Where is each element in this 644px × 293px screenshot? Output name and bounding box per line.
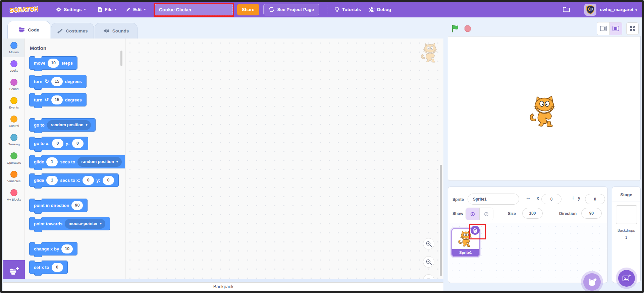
scratch-logo[interactable]: SCRATCH [10, 5, 39, 13]
sprite-selector-area[interactable]: Sprite1 [448, 223, 607, 282]
category-label: Looks [10, 69, 18, 72]
sprite-label: Sprite [452, 197, 464, 202]
workspace-scrollbar[interactable] [440, 165, 442, 276]
block-turn-right[interactable]: turn↻15degrees [29, 75, 87, 88]
block-label: turn [34, 79, 42, 84]
category-sensing[interactable]: Sensing [3, 131, 24, 149]
backpack-bar[interactable]: Backpack [3, 282, 443, 291]
block-number-input[interactable]: 0 [72, 139, 84, 148]
code-workspace[interactable] [125, 39, 443, 282]
hide-sprite-button[interactable] [479, 208, 493, 220]
block-number-input[interactable]: 10 [48, 59, 59, 68]
folder-icon[interactable] [562, 6, 570, 13]
category-color-dot [10, 152, 17, 159]
settings-menu[interactable]: Settings ▾ [56, 7, 86, 12]
backdrop-thumbnail[interactable] [616, 205, 637, 224]
block-dropdown-value: mouse-pointer [68, 221, 98, 226]
divider [612, 202, 640, 202]
category-label: Motion [9, 50, 19, 54]
see-project-page-button[interactable]: See Project Page [263, 4, 320, 15]
debug-menu[interactable]: ? Debug [369, 7, 391, 12]
share-button[interactable]: Share [237, 4, 259, 15]
block-point-in-direction[interactable]: point in direction90 [29, 199, 88, 212]
block-glide-to[interactable]: glide1secs torandom position▾ [29, 155, 125, 168]
category-variables[interactable]: Variables [3, 167, 24, 186]
category-label: Events [9, 105, 19, 109]
add-backdrop-button[interactable] [618, 270, 635, 287]
stage-sprite-cat[interactable] [528, 95, 560, 129]
block-turn-left[interactable]: turn↺15degrees [29, 93, 87, 106]
tab-sounds[interactable]: Sounds [95, 23, 138, 39]
stage-viewport[interactable] [448, 36, 641, 181]
delete-sprite-button[interactable] [471, 226, 480, 235]
category-label: Sound [9, 87, 18, 91]
block-number-input[interactable]: 0 [103, 176, 114, 185]
speaker-icon [103, 28, 109, 33]
block-dropdown[interactable]: random position▾ [77, 157, 121, 167]
block-go-to-xy[interactable]: go to x:0y:0 [29, 137, 88, 150]
pencil-icon [126, 7, 131, 12]
tab-code[interactable]: Code [7, 21, 50, 39]
zoom-in-button[interactable] [423, 238, 434, 249]
tab-label: Costumes [66, 28, 88, 33]
block-label: point in direction [34, 203, 69, 208]
block-number-input[interactable]: 0 [52, 263, 63, 272]
sprite-size-input[interactable]: 100 [522, 208, 543, 219]
chevron-down-icon: ▾ [84, 8, 86, 11]
block-number-input[interactable]: 1 [46, 176, 58, 185]
stage-selector-panel[interactable]: Stage Backdrops 1 [612, 187, 641, 283]
block-go-to[interactable]: go torandom position▾ [29, 118, 96, 132]
avatar[interactable] [584, 4, 596, 16]
chevron-down-icon: ▾ [635, 8, 637, 12]
block-number-input[interactable]: 15 [51, 95, 63, 104]
file-menu[interactable]: File ▾ [98, 7, 116, 12]
block-number-input[interactable]: 0 [83, 176, 94, 185]
block-label: secs to [60, 159, 75, 164]
large-stage-button[interactable] [609, 22, 622, 35]
stop-sign-icon[interactable] [464, 25, 471, 32]
project-name-input[interactable]: Cookie Clicker [155, 4, 233, 15]
stage-panel-title: Stage [612, 192, 640, 197]
small-stage-button[interactable] [597, 22, 609, 35]
category-motion[interactable]: Motion [3, 39, 24, 57]
account-menu[interactable]: cwhq_margaret▾ [600, 7, 637, 12]
block-label: degrees [65, 97, 82, 102]
block-move-steps[interactable]: move10steps [29, 56, 77, 70]
chevron-down-icon: ▾ [144, 8, 146, 11]
category-sound[interactable]: Sound [3, 75, 24, 94]
category-operators[interactable]: Operators [3, 149, 24, 167]
block-label: y: [66, 141, 70, 146]
sprite-name-input[interactable]: Sprite1 [468, 194, 519, 205]
block-dropdown[interactable]: random position▾ [47, 120, 91, 130]
block-label: glide [34, 159, 44, 164]
show-sprite-button[interactable] [466, 208, 479, 220]
block-set-x-to[interactable]: set x to0 [29, 261, 68, 274]
zoom-out-button[interactable] [423, 256, 434, 268]
sprite-y-input[interactable]: 0 [585, 194, 605, 204]
edit-menu[interactable]: Edit ▾ [126, 7, 146, 12]
block-number-input[interactable]: 1 [46, 157, 58, 166]
add-sprite-button[interactable] [583, 273, 601, 291]
block-point-towards[interactable]: point towardsmouse-pointer▾ [29, 217, 110, 230]
block-label: secs to x: [60, 178, 80, 183]
scratch-editor: SCRATCH Settings ▾ File ▾ Edit ▾ Cookie … [0, 0, 644, 293]
block-number-input[interactable]: 15 [51, 77, 63, 86]
block-glide-to-xy[interactable]: glide1secs to x:0y:0 [29, 173, 119, 187]
tab-costumes[interactable]: Costumes [51, 23, 94, 39]
tutorials-menu[interactable]: Tutorials [334, 7, 361, 12]
block-label: steps [61, 61, 73, 66]
sprite-x-input[interactable]: 0 [541, 194, 561, 204]
category-looks[interactable]: Looks [3, 57, 24, 75]
category-events[interactable]: Events [3, 94, 24, 112]
category-my-blocks[interactable]: My Blocks [3, 186, 24, 204]
block-change-x-by[interactable]: change x by10 [29, 242, 77, 255]
fullscreen-button[interactable] [626, 22, 639, 35]
block-number-input[interactable]: 0 [52, 139, 63, 148]
block-dropdown[interactable]: mouse-pointer▾ [65, 219, 105, 229]
block-number-input[interactable]: 10 [61, 244, 73, 253]
block-number-input[interactable]: 90 [71, 201, 83, 210]
palette-scrollbar[interactable] [120, 51, 122, 66]
sprite-direction-input[interactable]: 90 [581, 208, 602, 219]
green-flag-icon[interactable] [451, 25, 459, 32]
category-control[interactable]: Control [3, 112, 24, 131]
